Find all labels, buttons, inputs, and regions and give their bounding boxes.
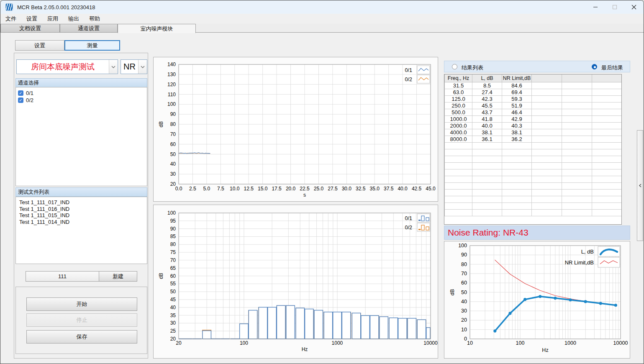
file-list-item[interactable]: Test 1_111_017_IND	[16, 199, 147, 206]
svg-text:12.5: 12.5	[244, 186, 254, 192]
svg-text:2.5: 2.5	[189, 186, 196, 192]
channel-item[interactable]: ✓ 0/2	[16, 97, 147, 104]
svg-text:15.0: 15.0	[258, 186, 268, 192]
new-button[interactable]: 新建	[99, 271, 137, 282]
test-type-value: 房间本底噪声测试	[17, 60, 109, 74]
svg-text:50: 50	[170, 151, 176, 157]
svg-text:70: 70	[170, 131, 176, 137]
rating-type-select[interactable]: NR	[121, 59, 147, 74]
menu-apply[interactable]: 应用	[42, 14, 63, 24]
minimize-button[interactable]	[586, 0, 605, 14]
menu-help[interactable]: 帮助	[84, 14, 105, 24]
svg-text:27.5: 27.5	[328, 186, 338, 192]
main-tab-strip: 文档设置 通道设置 室内噪声模块	[0, 24, 644, 33]
svg-text:100: 100	[516, 340, 525, 346]
tab-indoor-noise-module[interactable]: 室内噪声模块	[118, 24, 196, 33]
chevron-down-icon[interactable]	[109, 60, 118, 74]
table-row-empty	[445, 209, 622, 216]
svg-text:90: 90	[461, 252, 467, 258]
svg-text:0/1: 0/1	[405, 215, 412, 221]
file-list-item[interactable]: Test 1_111_016_IND	[16, 206, 147, 213]
channel-label: 0/1	[26, 90, 33, 96]
menu-output[interactable]: 输出	[63, 14, 84, 24]
svg-text:22.5: 22.5	[300, 186, 310, 192]
checkbox-checked-icon[interactable]: ✓	[18, 97, 23, 103]
stop-button[interactable]: 停止	[26, 313, 137, 327]
file-list-item[interactable]: Test 1_111_014_IND	[16, 219, 147, 226]
svg-text:0/1: 0/1	[405, 67, 412, 73]
svg-text:65: 65	[170, 265, 176, 271]
table-row[interactable]: 1000.041.842.9	[445, 115, 622, 122]
svg-text:90: 90	[170, 226, 176, 232]
svg-text:100: 100	[240, 340, 248, 346]
svg-text:0/2: 0/2	[405, 225, 412, 231]
close-button[interactable]	[624, 0, 644, 14]
svg-text:17.5: 17.5	[272, 186, 282, 192]
svg-text:dB: dB	[158, 273, 164, 279]
svg-text:110: 110	[168, 92, 176, 97]
svg-text:120: 120	[167, 82, 176, 87]
channel-item[interactable]: ✓ 0/1	[16, 90, 147, 97]
svg-text:50: 50	[170, 289, 176, 295]
table-row[interactable]: 125.042.359.3	[445, 95, 622, 102]
last-result-radio[interactable]	[592, 64, 597, 69]
svg-text:35.0: 35.0	[370, 186, 380, 192]
table-row[interactable]: 4000.038.138.1	[445, 129, 622, 136]
result-list-label: 结果列表	[462, 64, 483, 72]
result-list-radio[interactable]	[452, 64, 457, 69]
table-row-empty	[445, 196, 622, 203]
chevron-down-icon[interactable]	[138, 60, 147, 74]
save-button[interactable]: 保存	[26, 330, 137, 343]
svg-text:60: 60	[170, 141, 176, 147]
start-button[interactable]: 开始	[26, 297, 137, 311]
table-row[interactable]: 2000.040.040.3	[445, 122, 622, 129]
time-history-chart-box: 20304050607080901001101201301400.02.55.0…	[153, 57, 438, 202]
tab-document-settings[interactable]: 文档设置	[0, 24, 60, 33]
file-list-item[interactable]: Test 1_111_015_IND	[16, 212, 147, 219]
collapse-panel-handle[interactable]	[637, 130, 643, 241]
tab-channel-settings[interactable]: 通道设置	[60, 24, 118, 33]
table-row[interactable]: 63.027.469.4	[445, 89, 622, 95]
test-file-list: Test 1_111_017_IND Test 1_111_016_IND Te…	[15, 197, 147, 264]
subtab-measure[interactable]: 测量	[64, 40, 120, 51]
subtab-setup[interactable]: 设置	[15, 40, 64, 51]
last-result-label: 最后结果	[601, 64, 623, 72]
close-icon	[631, 5, 636, 10]
svg-text:55: 55	[170, 281, 176, 287]
col-empty	[562, 74, 592, 82]
table-row-empty	[445, 182, 622, 189]
svg-text:0: 0	[464, 336, 467, 342]
table-row[interactable]: 250.045.551.9	[445, 102, 622, 109]
svg-text:80: 80	[170, 241, 176, 247]
menu-settings[interactable]: 设置	[21, 14, 42, 24]
window-title: MCR Beta 2.05.0.001 20230418	[17, 4, 95, 10]
test-type-select[interactable]: 房间本底噪声测试	[16, 59, 118, 74]
table-row-empty	[445, 149, 622, 156]
maximize-button[interactable]	[605, 0, 624, 14]
table-row[interactable]: 8000.036.136.2	[445, 136, 622, 142]
file-name-input[interactable]: 111	[26, 271, 99, 282]
table-row-empty	[445, 156, 622, 162]
svg-text:Hz: Hz	[542, 347, 548, 353]
svg-text:40.0: 40.0	[398, 186, 408, 192]
svg-text:37.5: 37.5	[384, 186, 394, 192]
svg-text:10: 10	[467, 340, 473, 346]
table-row[interactable]: 31.58.584.6	[445, 82, 622, 89]
svg-text:0/2: 0/2	[405, 77, 412, 82]
svg-text:80: 80	[461, 261, 467, 267]
svg-text:30: 30	[170, 171, 176, 177]
svg-text:90: 90	[170, 111, 176, 117]
checkbox-checked-icon[interactable]: ✓	[18, 90, 23, 96]
svg-text:100: 100	[458, 243, 467, 249]
svg-text:70: 70	[461, 271, 467, 277]
svg-text:0.0: 0.0	[175, 186, 182, 192]
svg-text:100: 100	[167, 210, 176, 216]
table-header-row: Freq., Hz L, dB NR Limit,dB	[445, 74, 622, 82]
table-row[interactable]: 500.043.746.4	[445, 109, 622, 115]
svg-text:35: 35	[170, 313, 176, 318]
svg-text:32.5: 32.5	[356, 186, 366, 192]
menu-file[interactable]: 文件	[0, 14, 21, 24]
svg-text:60: 60	[461, 280, 467, 286]
spectrum-chart-box: 2025303540455055606570758085909510020100…	[153, 205, 438, 359]
svg-text:10000: 10000	[423, 340, 438, 346]
